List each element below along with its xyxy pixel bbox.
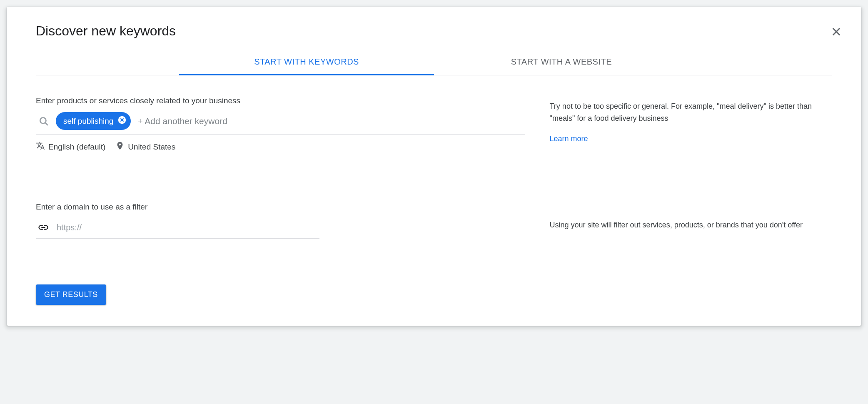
tab-start-with-keywords[interactable]: Start with keywords bbox=[179, 50, 434, 75]
keyword-chip-label: self publishing bbox=[63, 117, 113, 126]
keywords-tip: Try not to be too specific or general. F… bbox=[538, 96, 832, 152]
domain-input[interactable] bbox=[57, 223, 319, 232]
search-icon bbox=[36, 116, 52, 127]
learn-more-link[interactable]: Learn more bbox=[550, 133, 588, 145]
language-label: English (default) bbox=[48, 142, 105, 152]
keywords-field-label: Enter products or services closely relat… bbox=[36, 96, 525, 105]
domain-tip-text: Using your site will filter out services… bbox=[550, 219, 832, 231]
add-keyword-placeholder[interactable]: + Add another keyword bbox=[135, 116, 227, 126]
discover-keywords-dialog: Discover new keywords Start with keyword… bbox=[7, 7, 861, 326]
keyword-input-row[interactable]: self publishing + Add another keyword bbox=[36, 112, 525, 135]
locale-row: English (default) United States bbox=[36, 141, 525, 152]
domain-left bbox=[36, 218, 538, 239]
language-selector[interactable]: English (default) bbox=[36, 141, 105, 152]
domain-field-label: Enter a domain to use as a filter bbox=[36, 202, 832, 212]
keywords-row: Enter products or services closely relat… bbox=[36, 96, 832, 152]
svg-line-3 bbox=[45, 122, 48, 125]
link-icon bbox=[36, 222, 51, 233]
domain-row: Using your site will filter out services… bbox=[36, 218, 832, 239]
svg-point-2 bbox=[40, 117, 46, 123]
dialog-header: Discover new keywords bbox=[36, 23, 832, 39]
dialog-title: Discover new keywords bbox=[36, 23, 176, 39]
domain-section: Enter a domain to use as a filter Using … bbox=[36, 202, 832, 239]
keyword-chip: self publishing bbox=[56, 112, 131, 130]
location-icon bbox=[115, 141, 125, 152]
get-results-button[interactable]: Get results bbox=[36, 284, 106, 305]
location-label: United States bbox=[128, 142, 175, 152]
domain-tip: Using your site will filter out services… bbox=[538, 218, 832, 239]
close-icon bbox=[831, 32, 842, 39]
translate-icon bbox=[36, 141, 45, 152]
keywords-left: Enter products or services closely relat… bbox=[36, 96, 538, 152]
tab-start-with-a-website[interactable]: Start with a website bbox=[434, 50, 689, 75]
remove-icon bbox=[117, 115, 127, 127]
keywords-tip-text: Try not to be too specific or general. F… bbox=[550, 100, 832, 125]
remove-keyword-button[interactable] bbox=[117, 115, 127, 127]
location-selector[interactable]: United States bbox=[115, 141, 175, 152]
close-button[interactable] bbox=[828, 23, 845, 41]
tabs: Start with keywords Start with a website bbox=[36, 50, 832, 75]
domain-input-row bbox=[36, 218, 319, 239]
